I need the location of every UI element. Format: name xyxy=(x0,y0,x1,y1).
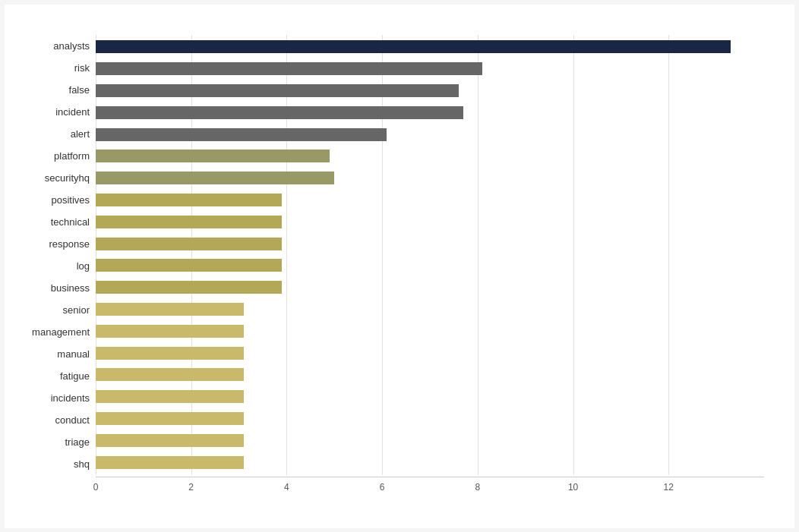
x-tick: 10 xyxy=(568,482,578,493)
bar xyxy=(96,238,282,250)
y-label: analysts xyxy=(53,41,90,51)
y-label: business xyxy=(51,283,90,293)
y-label: incident xyxy=(55,107,90,117)
bar xyxy=(96,347,244,360)
x-tick: 8 xyxy=(475,482,481,493)
bar-row xyxy=(96,80,764,102)
y-label: fatigue xyxy=(60,371,90,381)
bar xyxy=(96,281,282,294)
x-axis-labels: 024681012 xyxy=(96,477,764,493)
bar-row xyxy=(96,452,764,474)
y-label: securityhq xyxy=(45,173,90,183)
y-labels: analystsriskfalseincidentalertplatformse… xyxy=(20,35,96,475)
bar xyxy=(96,259,282,272)
y-label: manual xyxy=(57,349,90,359)
bar xyxy=(96,412,244,425)
bar xyxy=(96,40,731,53)
bar xyxy=(96,216,282,228)
x-tick: 0 xyxy=(93,482,99,493)
bar-row xyxy=(96,276,764,298)
bar xyxy=(96,62,482,75)
bar xyxy=(96,303,244,316)
y-label: platform xyxy=(54,151,90,161)
bar xyxy=(96,368,244,381)
bar xyxy=(96,128,387,141)
chart-container: analystsriskfalseincidentalertplatformse… xyxy=(5,5,794,528)
y-label: senior xyxy=(63,305,90,315)
bar-row xyxy=(96,298,764,320)
bar-row xyxy=(96,233,764,255)
bar xyxy=(96,194,282,206)
y-label: risk xyxy=(74,63,90,73)
y-label: alert xyxy=(71,129,90,139)
bar xyxy=(96,150,330,162)
x-tick: 12 xyxy=(664,482,674,493)
y-label: management xyxy=(32,327,90,337)
bar-row xyxy=(96,430,764,452)
grid-and-bars xyxy=(96,35,764,475)
bar xyxy=(96,325,244,338)
bar-row xyxy=(96,102,764,124)
bar xyxy=(96,106,463,119)
bar-row xyxy=(96,254,764,276)
bar-row xyxy=(96,145,764,167)
y-label: log xyxy=(77,261,90,271)
x-tick: 4 xyxy=(284,482,289,493)
bar xyxy=(96,390,244,403)
y-label: conduct xyxy=(55,415,90,425)
y-label: response xyxy=(49,239,90,249)
bar-row xyxy=(96,364,764,386)
x-tick: 6 xyxy=(380,482,385,493)
y-label: shq xyxy=(74,459,90,469)
bars-wrapper xyxy=(96,35,764,475)
y-label: incidents xyxy=(51,393,90,403)
bar xyxy=(96,456,244,469)
y-label: positives xyxy=(51,195,90,205)
bar-row xyxy=(96,36,764,58)
bar-row xyxy=(96,342,764,364)
y-label: technical xyxy=(51,217,90,227)
bar-row xyxy=(96,124,764,146)
bar-row xyxy=(96,408,764,430)
x-tick: 2 xyxy=(188,482,194,493)
y-label: false xyxy=(69,85,90,95)
bar-row xyxy=(96,58,764,80)
y-label: triage xyxy=(65,437,90,447)
bars-and-grid xyxy=(96,35,764,475)
chart-area: analystsriskfalseincidentalertplatformse… xyxy=(20,35,764,475)
bar-row xyxy=(96,211,764,233)
bar-row xyxy=(96,386,764,408)
bar-row xyxy=(96,167,764,189)
bar xyxy=(96,84,459,97)
bar xyxy=(96,172,334,184)
bar xyxy=(96,434,244,447)
bar-row xyxy=(96,189,764,211)
bar-row xyxy=(96,320,764,342)
